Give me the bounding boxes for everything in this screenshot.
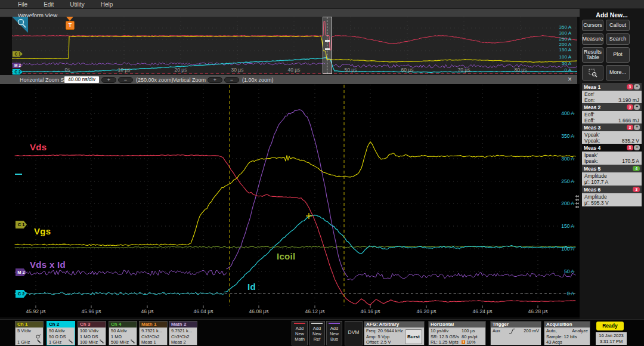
measurement-card-meas5[interactable]: Meas 54Amplitudeµ': 107.7 A	[582, 165, 642, 186]
panel-splitter-grip[interactable]	[575, 194, 579, 209]
add-measure-button[interactable]: Measure	[582, 33, 603, 45]
add-callout-button[interactable]: Callout	[606, 20, 630, 31]
add-new-math-button[interactable]: AddNewMath	[292, 321, 308, 345]
horizontal-setting-left: RL: 1.25 Mpts	[431, 339, 462, 345]
panel-acquisition[interactable]: AcquisitionAuto,AnalyzeSample: 12 bits43…	[544, 321, 590, 345]
measurement-add-badge[interactable]: +	[634, 84, 640, 89]
measurement-line2: Eoff:1.666 mJ	[584, 118, 639, 123]
trace-math2-flat-left	[15, 270, 227, 276]
time-axis-label: 46.12 µs	[299, 308, 330, 314]
current-axis-label: 50 A	[564, 269, 574, 274]
add-new-button-grid: CursorsCalloutMeasureSearchResults Table…	[582, 20, 630, 81]
measurement-badges: 3	[633, 187, 640, 192]
time-axis-label: 46 µs	[132, 308, 163, 314]
channel-setting-row	[17, 333, 42, 339]
measurement-card-meas4[interactable]: Meas 43+Ipeak'Ipeak:170.5 A	[582, 144, 642, 165]
close-zoom-toolbar-icon[interactable]: ×	[568, 75, 572, 84]
zoom-window-handle[interactable]	[323, 17, 332, 74]
channel-badge-ch3[interactable]: Ch 3100 V/div1 MΩ DS100 MHz	[78, 321, 106, 345]
add-results-table-button[interactable]: Results Table	[582, 47, 603, 63]
channel-setting-row: 100 MHz	[80, 339, 104, 345]
main-plot-canvas[interactable]	[0, 84, 580, 317]
horizontal-setting-right: 100 µs	[462, 328, 475, 334]
measurement-card-meas2[interactable]: Meas 23+Eoff'Eoff:1.666 mJ	[582, 103, 642, 124]
measurement-label: Ipeak:	[584, 158, 598, 164]
dvm-button[interactable]: DVM	[345, 321, 363, 345]
channel-badge-body: 50 A/div1 MΩ500 MHz	[109, 328, 137, 345]
channel-setting-text: 1 MΩ	[111, 334, 122, 339]
measurement-card-header: Meas 43+	[582, 144, 642, 152]
hzoom-minus-button[interactable]: −	[118, 77, 133, 83]
acquisition-sample: Sample: 12 bits	[546, 334, 588, 340]
add-button-line: New	[309, 331, 324, 336]
channel-badge-ch2[interactable]: Ch 250 A/div50 Ω DS1 GHz	[47, 321, 75, 345]
measurement-card-meas3[interactable]: Meas 33+Vpeak'Vpeak:835.2 V	[582, 123, 642, 144]
add-button-color-bar	[311, 323, 323, 324]
overview-time-tick: 80 µs	[510, 67, 531, 73]
trigger-position-icon: T	[462, 340, 465, 344]
waveform-main-plot[interactable]: VdsVgsVds x IdIcoilId400 A350 A300 A250 …	[0, 84, 580, 317]
hzoom-plus-button[interactable]: +	[101, 77, 116, 83]
overview-zoom-icon[interactable]	[12, 17, 28, 33]
menu-item-help[interactable]: Help	[101, 1, 113, 8]
overview-time-tick: 20 µs	[171, 67, 191, 73]
measurement-label: µ': 107.7 A	[584, 179, 608, 185]
add-button-color-bar	[329, 323, 340, 324]
right-panel: Add New... CursorsCalloutMeasureSearchRe…	[580, 9, 644, 319]
measurement-line2: µ': 107.7 A	[584, 179, 639, 185]
panel-acquisition-body: Auto,AnalyzeSample: 12 bits43 Acqs	[544, 328, 590, 346]
add-search-button[interactable]: Search	[606, 33, 630, 45]
channel-badge-ch4[interactable]: Ch 450 A/div1 MΩ500 MHz	[109, 321, 137, 345]
menu-item-edit[interactable]: Edit	[44, 1, 54, 8]
overview-time-tick: 40 µs	[284, 67, 304, 73]
acquisition-analyze: Analyze	[572, 328, 588, 334]
measurement-add-badge[interactable]: +	[634, 104, 640, 110]
zoom-window-grip	[325, 48, 330, 50]
channel-setting-text: 100 V/div	[80, 328, 98, 333]
measurement-add-badge[interactable]: +	[634, 145, 640, 150]
waveform-overview[interactable]: 0s10 µs20 µs30 µs40 µs50 µs60 µs70 µs80 …	[12, 17, 577, 75]
acquisition-count: 43 Acqs	[546, 339, 588, 345]
channel-setting-row: 1 GHz	[17, 339, 42, 345]
burst-button[interactable]: Burst	[405, 329, 422, 344]
add-new-bus-button[interactable]: AddNewBus	[326, 321, 342, 345]
add-cursors-button[interactable]: Cursors	[582, 20, 603, 31]
panel-afg[interactable]: AFG: ArbitraryFreq: 20.9644 kHzAmp: 5 Vp…	[364, 321, 425, 345]
menu-item-utility[interactable]: Utility	[70, 1, 84, 8]
horizontal-setting-left: SR: 12.5 GS/s	[431, 334, 462, 340]
menu-item-file[interactable]: File	[18, 1, 27, 8]
current-axis-label: 300 A	[561, 156, 574, 162]
measurement-value: 835.2 V	[622, 138, 639, 144]
measurement-line1: Eon'	[584, 91, 639, 97]
add-zoom-button[interactable]	[582, 65, 603, 81]
channel-setting-text: Meas 1	[141, 339, 156, 345]
panel-horizontal[interactable]: Horizontal10 µs/div100 µsSR: 12.5 GS/s80…	[428, 321, 486, 345]
current-axis-label: 250 A	[561, 179, 574, 184]
measurement-card-meas6[interactable]: Meas 63Amplitudeµ': 595.3 V	[582, 186, 642, 206]
overview-scale-label: 200 A	[559, 42, 571, 47]
hzoom-scale-input[interactable]: 40.00 ns/div	[64, 76, 99, 83]
measurement-card-body: Eon'Eon:3.190 mJ	[582, 91, 642, 104]
measurement-add-badge[interactable]: +	[634, 125, 640, 130]
add-new-ref-button[interactable]: AddNewRef	[309, 321, 325, 345]
add-more----button[interactable]: More...	[606, 65, 630, 81]
menu-bar: FileEditUtilityHelp	[0, 0, 644, 9]
trigger-marker[interactable]: T	[66, 17, 74, 30]
measurement-card-header: Meas 63	[582, 186, 642, 193]
vzoom-plus-button[interactable]: +	[208, 77, 222, 83]
measurement-card-meas1[interactable]: Meas 13+Eon'Eon:3.190 mJ	[582, 83, 642, 104]
vzoom-minus-button[interactable]: −	[224, 77, 239, 83]
channel-badge-math1[interactable]: Math 19.7521 k...Ch3*Ch2Meas 1	[139, 321, 168, 345]
channel-badge-ch1[interactable]: Ch 15 V/div1 GHz	[15, 321, 44, 345]
channel-setting-row: 1 MΩ	[111, 333, 135, 339]
channel-badge-body: 9.7521 k...Ch3*Ch2Meas 1	[140, 328, 167, 345]
date-label: 16 Jan 2023	[596, 333, 627, 339]
channel-setting-row: Ch3*Ch2	[171, 333, 196, 339]
measurement-line1: Vpeak'	[584, 132, 639, 138]
overview-time-tick: 30 µs	[227, 67, 247, 73]
panel-trigger[interactable]: TriggerAux200 mV	[490, 321, 541, 345]
measurement-value: 170.5 A	[622, 158, 639, 164]
waveform-view-tab[interactable]: Waveform View	[0, 9, 580, 17]
add-plot-button[interactable]: Plot	[606, 47, 630, 63]
channel-badge-math2[interactable]: Math 29.7521 k...Ch3*Ch2Meas 2	[169, 321, 197, 345]
